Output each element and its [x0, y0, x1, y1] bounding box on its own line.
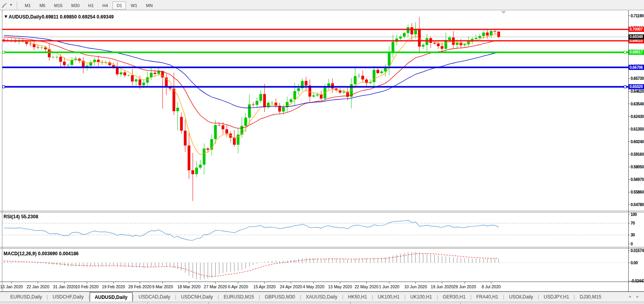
timeframe-button-m5[interactable]: M5: [35, 2, 49, 9]
timeframe-button-h1[interactable]: H1: [84, 2, 98, 9]
hline-handle[interactable]: [2, 51, 5, 53]
candle-body: [233, 138, 236, 145]
candle-body: [422, 45, 424, 46]
status-strip-divider: [350, 302, 351, 304]
tab-scroll-arrows[interactable]: ◂ ▸: [629, 294, 641, 298]
date-axis-label: 6 Apr 2020: [228, 284, 248, 289]
candle-body: [199, 165, 202, 168]
candle-body: [120, 72, 122, 74]
date-axis-label: 9 Mar 2020: [152, 284, 173, 289]
status-strip: [0, 302, 644, 304]
timeframe-button-d1[interactable]: D1: [113, 2, 126, 9]
chevron-down-icon[interactable]: ▼: [9, 3, 13, 7]
hline-handle[interactable]: [2, 86, 5, 88]
tabs-scroll-right-icon[interactable]: ▸: [637, 294, 641, 298]
timeframe-buttons: M1M5M15M30H1H4D1W1MN: [20, 2, 157, 9]
candle-body: [176, 108, 179, 111]
timeframe-button-w1[interactable]: W1: [127, 2, 141, 9]
chart-ohlc-readout: 0.69811 0.69850 0.69254 0.69349: [42, 14, 114, 20]
candle-body: [316, 94, 319, 95]
candle-body: [376, 70, 379, 73]
price-tick-label: 0.58050: [631, 165, 644, 169]
candle-body: [112, 65, 115, 67]
chart-tab-usdcnh-daily[interactable]: USDCNH,Daily: [176, 293, 218, 302]
chart-tab-uk100-h1[interactable]: UK100,H1: [406, 293, 437, 302]
candle-body: [124, 72, 126, 76]
chart-tab-audusd-daily[interactable]: AUDUSD,Daily: [90, 292, 133, 302]
candle-body: [259, 94, 262, 101]
chart-tab-hk50-h1[interactable]: HK50,H1: [343, 293, 372, 302]
chart-tab-fra40-h1[interactable]: FRA40,H1: [471, 293, 503, 302]
candle-body: [358, 76, 360, 76]
rsi-tick-label: 100: [631, 212, 637, 217]
candle-body: [214, 125, 217, 139]
candle-body: [271, 103, 273, 103]
price-tick-label: 0.62430: [631, 114, 644, 119]
symbol-dropdown-icon[interactable]: ▼: [4, 14, 8, 19]
candle-body: [399, 37, 402, 39]
price-tick-label: 0.55860: [631, 190, 644, 194]
macd-tick-label: -0.024412: [631, 279, 644, 283]
candle-body: [41, 48, 43, 48]
chart-tab-usdchf-daily[interactable]: USDCHF,Daily: [48, 293, 89, 302]
chart-tab-usoil-daily[interactable]: USOil,Daily: [504, 293, 538, 302]
candle-body: [414, 29, 417, 35]
candle-body: [410, 27, 413, 34]
date-axis-label: 19 Feb 2020: [102, 284, 125, 289]
candle-body: [494, 31, 496, 31]
tabs-scroll-left-icon[interactable]: ◂: [629, 294, 633, 298]
candle-body: [157, 71, 160, 74]
price-tick-label: 0.56970: [631, 177, 644, 182]
candle-body: [146, 77, 149, 83]
candle-body: [135, 79, 138, 81]
chart-tab-dj30-m15[interactable]: DJ30,M15: [575, 293, 606, 302]
timeframe-button-m1[interactable]: M1: [21, 2, 35, 9]
chart-symbol-title: AUDUSD,Daily: [9, 14, 42, 20]
chart-window[interactable]: 0.711900.701100.690000.679200.668100.657…: [0, 10, 644, 291]
chart-tab-eurusd-m15[interactable]: EURUSD,M15: [219, 293, 258, 302]
candle-body: [391, 42, 394, 53]
chart-tab-eurusd-daily[interactable]: EURUSD,Daily: [6, 293, 47, 302]
chart-tab-usdjpy-h1[interactable]: USDJPY,H1: [539, 293, 574, 302]
price-badge-label: 0.68017: [629, 50, 643, 54]
date-axis-label: 28 Feb 2020: [128, 284, 151, 289]
chart-tab-gbpusd-m30[interactable]: GBPUSD,M30: [260, 293, 300, 302]
candle-body: [486, 33, 489, 36]
rsi-indicator-label: RSI(14) 55.2308: [4, 214, 38, 219]
hline-handle[interactable]: [624, 51, 626, 53]
chart-tab-xauusd-daily[interactable]: XAUUSD,Daily: [301, 293, 342, 302]
rsi-tick-label: 70: [631, 221, 635, 225]
timeframe-button-m15[interactable]: M15: [50, 2, 66, 9]
trendline-tool-icon[interactable]: [1, 2, 9, 9]
date-axis-label: 1 Jun 2020: [379, 284, 399, 289]
chart-tab-uk100-h1[interactable]: UK100,H1: [373, 293, 404, 302]
candle-body: [63, 62, 66, 65]
candle-body: [240, 126, 243, 134]
chart-tab-usdcad-daily[interactable]: USDCAD,Daily: [134, 293, 175, 302]
rsi-tick-label: 30: [631, 233, 635, 237]
candle-body: [218, 125, 221, 125]
candle-body: [343, 92, 345, 92]
candle-body: [188, 146, 190, 170]
candle-body: [380, 72, 383, 73]
timeframe-button-mn[interactable]: MN: [142, 2, 157, 9]
candle-body: [127, 75, 130, 76]
candle-body: [290, 99, 292, 102]
date-axis-label: 29 Jun 2020: [453, 284, 476, 289]
price-badge-label: 0.66706: [629, 65, 643, 70]
date-axis-label: 10 Jun 2020: [404, 284, 427, 289]
candle-body: [59, 57, 62, 62]
candle-body: [37, 47, 39, 48]
rsi-tick-label: 0: [631, 242, 633, 246]
timeframe-toolbar: ▼ M1M5M15M30H1H4D1W1MN: [0, 0, 644, 10]
date-axis-label: 27 Mar 2020: [204, 284, 227, 289]
date-axis-label: 10 Feb 2020: [76, 284, 99, 289]
price-tick-label: 0.61350: [631, 127, 644, 131]
hline-handle[interactable]: [624, 86, 626, 88]
date-axis-label: 8 Jul 2020: [482, 284, 501, 289]
timeframe-button-h4[interactable]: H4: [98, 2, 112, 9]
candle-body: [384, 68, 387, 71]
timeframe-button-m30[interactable]: M30: [67, 2, 83, 9]
chart-tab-ger30-h1[interactable]: GER30,H1: [438, 293, 470, 302]
date-axis-label: 13 Jan 2020: [0, 284, 23, 289]
